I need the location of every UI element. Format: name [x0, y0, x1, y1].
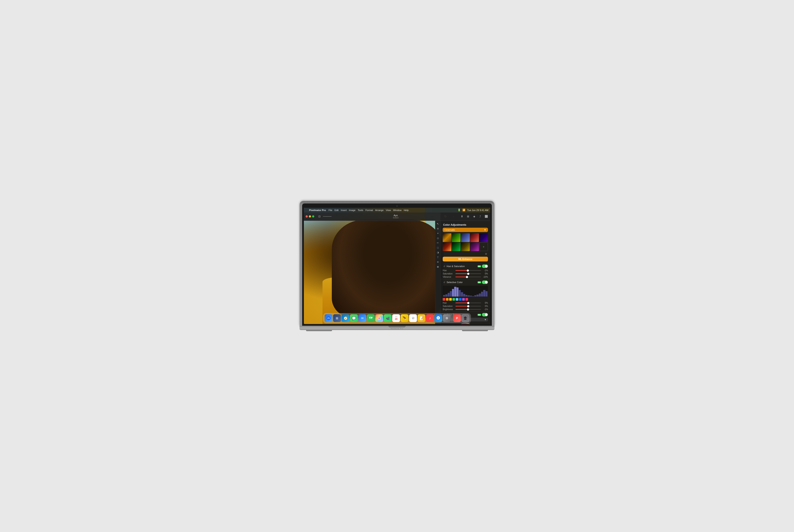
dock-calendar[interactable]: JUN 29	[392, 314, 400, 322]
fullscreen-button[interactable]	[312, 215, 314, 217]
preset-thumb-1[interactable]	[443, 233, 451, 242]
dock-reminders[interactable]: ☑	[409, 314, 417, 322]
ml-enhance-button[interactable]: ML Enhance	[443, 257, 488, 262]
preset-thumb-add[interactable]: +	[479, 242, 488, 251]
menu-format[interactable]: Format	[365, 209, 373, 211]
hue-reset-icon[interactable]: ↺	[443, 265, 446, 268]
dock-messages[interactable]: 💬	[350, 314, 358, 322]
dock-trash[interactable]: 🗑	[462, 314, 469, 322]
sc-brightness-track[interactable]	[456, 309, 481, 310]
menu-file[interactable]: File	[329, 209, 332, 211]
macbook-outer: Pixelmator Pro File Edit Insert Image To…	[299, 201, 495, 331]
preset-thumb-2[interactable]	[452, 233, 460, 242]
hue-thumb[interactable]	[467, 269, 469, 272]
menu-insert[interactable]: Insert	[341, 209, 347, 211]
menu-help[interactable]: Help	[404, 209, 409, 211]
dock-pixelmator[interactable]: P	[453, 314, 461, 322]
menu-tools[interactable]: Tools	[357, 209, 363, 211]
sc-saturation-thumb[interactable]	[467, 305, 469, 307]
vibrance-track[interactable]	[456, 277, 481, 277]
saturation-slider-row: Saturation 0%	[441, 272, 490, 275]
view-icon[interactable]: ⬜	[484, 214, 488, 218]
dock-launchpad[interactable]: ⊞	[333, 314, 341, 322]
vibrance-slider-row: Vibrance -10%	[441, 275, 490, 279]
dock-photos[interactable]: 🌸	[375, 314, 383, 322]
panel-content: Color Adjustments Cinematic ▼	[441, 221, 490, 324]
erase-tool-icon[interactable]: ◻	[436, 246, 440, 250]
sc-hue-track[interactable]	[456, 303, 481, 303]
zoom-tool-icon[interactable]: ⊕	[436, 260, 440, 264]
arrange-icon[interactable]: ⊞	[466, 214, 470, 218]
color-dot-green[interactable]	[453, 298, 455, 301]
screen: Pixelmator Pro File Edit Insert Image To…	[304, 208, 490, 324]
sc-brightness-thumb[interactable]	[467, 308, 469, 310]
dock-music[interactable]: ♪	[426, 314, 434, 322]
selective-reset-icon[interactable]: ↺	[443, 281, 446, 284]
dock-notes[interactable]: 📝	[418, 314, 425, 322]
panel-collapse-icon[interactable]: ⊕	[484, 252, 488, 256]
paint-tool-icon[interactable]: ✏	[436, 241, 440, 245]
hue-saturation-toggle[interactable]	[482, 265, 488, 268]
preset-thumb-7[interactable]	[452, 242, 460, 251]
app-toolbar: ⊡ Ayo Edited ⬆ ⊞ ◈ ⤴ ⬜	[304, 212, 490, 221]
preset-dropdown-chevron: ▼	[484, 229, 486, 231]
layout-toggle-icon[interactable]: ⊡	[317, 214, 321, 218]
dock-settings[interactable]: ⚙	[443, 314, 451, 322]
selective-color-toggle[interactable]	[482, 281, 488, 284]
dock-maps[interactable]: 🗺	[367, 314, 375, 322]
clone-tool-icon[interactable]: ◎	[436, 236, 440, 240]
color-dot-blue[interactable]	[459, 298, 462, 301]
color-dot-pink[interactable]	[465, 298, 468, 301]
vibrance-thumb[interactable]	[466, 276, 468, 278]
dock-finder[interactable]	[325, 314, 332, 322]
foot-right	[462, 330, 488, 331]
share-icon[interactable]: ⬆	[460, 214, 464, 218]
crop-tool-icon[interactable]: ⊕	[436, 227, 440, 231]
color-dot-yellow[interactable]	[449, 298, 452, 301]
color-dot-red[interactable]	[443, 298, 445, 301]
close-button[interactable]	[306, 215, 308, 217]
saturation-track[interactable]	[456, 273, 481, 274]
preset-thumb-6[interactable]	[443, 242, 451, 251]
saturation-label: Saturation	[443, 272, 455, 275]
menu-image[interactable]: Image	[349, 209, 356, 211]
hue-track[interactable]	[456, 270, 481, 271]
heal-tool-icon[interactable]: ✦	[436, 232, 440, 235]
eye-tool-icon[interactable]: ◉	[436, 265, 440, 269]
dock-notes-feather[interactable]: 🪶	[401, 314, 408, 322]
app-name: Pixelmator Pro	[309, 209, 326, 211]
menu-arrange[interactable]: Arrange	[375, 209, 384, 211]
hue-ml-badge: ML	[478, 265, 481, 267]
preset-thumb-4[interactable]	[470, 233, 479, 242]
export-icon[interactable]: ⤴	[478, 214, 482, 218]
menu-view[interactable]: View	[386, 209, 391, 211]
preset-thumb-5[interactable]	[479, 233, 488, 242]
color-dot-purple[interactable]	[462, 298, 465, 301]
menu-window[interactable]: Window	[393, 209, 402, 211]
sc-hue-thumb[interactable]	[467, 302, 469, 304]
sc-brightness-slider-row: Brightness -1%	[441, 308, 490, 311]
sc-saturation-track[interactable]	[456, 306, 481, 306]
color-dot-cyan[interactable]	[456, 298, 458, 301]
hue-saturation-section: ↺ Hue & Saturation ML Hue	[441, 264, 490, 279]
macbook-notch	[388, 326, 406, 327]
hue-label: Hue	[443, 269, 455, 272]
dock-safari[interactable]: 🧭	[341, 314, 349, 322]
preset-thumb-3[interactable]	[461, 233, 469, 242]
dock-appstore[interactable]: 🅐	[435, 314, 442, 322]
dock-mail[interactable]: ✉	[358, 314, 366, 322]
preset-thumb-9[interactable]	[470, 242, 479, 251]
preset-dropdown-label: Cinematic	[444, 229, 455, 231]
preset-dropdown[interactable]: Cinematic ▼	[443, 228, 488, 232]
color-dot-orange[interactable]	[446, 298, 448, 301]
text-tool-icon[interactable]: T	[436, 255, 440, 259]
saturation-thumb[interactable]	[467, 273, 469, 275]
preset-thumb-8[interactable]	[461, 242, 469, 251]
menu-edit[interactable]: Edit	[334, 209, 338, 211]
gradient-tool-icon[interactable]: ◑	[436, 251, 440, 254]
cursor-tool-icon[interactable]: ↖	[436, 222, 440, 226]
hue-saturation-title: Hue & Saturation	[447, 265, 477, 267]
adjust-icon[interactable]: ◈	[472, 214, 476, 218]
minimize-button[interactable]	[309, 215, 311, 217]
dock-facetime[interactable]: 📹	[384, 314, 392, 322]
